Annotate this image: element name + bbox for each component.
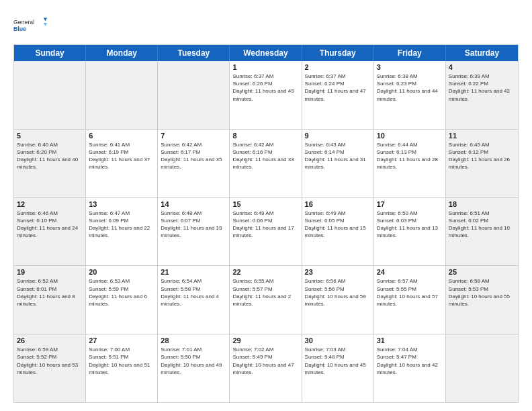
cell-info: Sunrise: 7:03 AM Sunset: 5:48 PM Dayligh…	[305, 346, 371, 376]
cell-info: Sunrise: 6:42 AM Sunset: 6:17 PM Dayligh…	[161, 141, 226, 171]
cal-header-tuesday: Tuesday	[158, 45, 230, 61]
cal-cell: 8Sunrise: 6:42 AM Sunset: 6:16 PM Daylig…	[230, 130, 302, 197]
cell-info: Sunrise: 6:48 AM Sunset: 6:07 PM Dayligh…	[161, 210, 226, 240]
cal-cell: 24Sunrise: 6:57 AM Sunset: 5:55 PM Dayli…	[374, 266, 446, 334]
day-number: 13	[89, 200, 154, 208]
day-number: 25	[449, 268, 515, 276]
cell-info: Sunrise: 6:53 AM Sunset: 5:59 PM Dayligh…	[89, 277, 154, 308]
cell-info: Sunrise: 6:39 AM Sunset: 6:22 PM Dayligh…	[449, 73, 515, 103]
cal-cell: 4Sunrise: 6:39 AM Sunset: 6:22 PM Daylig…	[446, 61, 518, 129]
page: General Blue SundayMondayTuesdayWednesda…	[0, 0, 532, 411]
cal-week-4: 19Sunrise: 6:52 AM Sunset: 6:01 PM Dayli…	[14, 266, 518, 334]
day-number: 22	[232, 268, 298, 276]
cal-cell: 30Sunrise: 7:03 AM Sunset: 5:48 PM Dayli…	[302, 334, 374, 402]
cal-cell: 27Sunrise: 7:00 AM Sunset: 5:51 PM Dayli…	[86, 334, 158, 402]
cal-cell: 19Sunrise: 6:52 AM Sunset: 6:01 PM Dayli…	[14, 266, 86, 334]
day-number: 28	[161, 336, 226, 345]
cell-info: Sunrise: 6:59 AM Sunset: 5:52 PM Dayligh…	[17, 346, 83, 376]
svg-text:General: General	[13, 19, 34, 26]
cell-info: Sunrise: 6:58 AM Sunset: 5:53 PM Dayligh…	[449, 277, 515, 308]
cal-cell: 16Sunrise: 6:49 AM Sunset: 6:05 PM Dayli…	[302, 198, 374, 266]
cal-header-monday: Monday	[86, 45, 158, 61]
cal-cell: 31Sunrise: 7:04 AM Sunset: 5:47 PM Dayli…	[374, 334, 446, 402]
day-number: 31	[377, 336, 443, 345]
day-number: 10	[377, 132, 443, 140]
cal-cell: 18Sunrise: 6:51 AM Sunset: 6:02 PM Dayli…	[446, 198, 518, 266]
header: General Blue	[13, 12, 519, 38]
day-number: 14	[161, 200, 226, 208]
day-number: 12	[17, 200, 83, 208]
day-number: 19	[17, 268, 83, 276]
svg-marker-2	[44, 17, 47, 21]
cal-cell: 23Sunrise: 6:56 AM Sunset: 5:56 PM Dayli…	[302, 266, 374, 334]
cal-cell: 14Sunrise: 6:48 AM Sunset: 6:07 PM Dayli…	[158, 198, 230, 266]
cal-cell	[158, 61, 230, 129]
cal-cell: 7Sunrise: 6:42 AM Sunset: 6:17 PM Daylig…	[158, 130, 230, 197]
cell-info: Sunrise: 6:42 AM Sunset: 6:16 PM Dayligh…	[232, 141, 298, 171]
cell-info: Sunrise: 6:54 AM Sunset: 5:58 PM Dayligh…	[161, 277, 226, 308]
cal-week-2: 5Sunrise: 6:40 AM Sunset: 6:20 PM Daylig…	[14, 130, 518, 198]
cell-info: Sunrise: 7:02 AM Sunset: 5:49 PM Dayligh…	[232, 346, 298, 376]
cal-cell: 25Sunrise: 6:58 AM Sunset: 5:53 PM Dayli…	[446, 266, 518, 334]
day-number: 9	[305, 132, 371, 140]
cal-cell	[86, 61, 158, 129]
day-number: 1	[232, 63, 298, 71]
day-number: 7	[161, 132, 226, 140]
day-number: 11	[449, 132, 515, 140]
cal-cell: 15Sunrise: 6:49 AM Sunset: 6:06 PM Dayli…	[230, 198, 302, 266]
cal-cell: 28Sunrise: 7:01 AM Sunset: 5:50 PM Dayli…	[158, 334, 230, 402]
svg-text:Blue: Blue	[13, 26, 26, 32]
day-number: 17	[377, 200, 443, 208]
cal-header-sunday: Sunday	[14, 45, 86, 61]
cal-header-thursday: Thursday	[302, 45, 374, 61]
svg-marker-3	[44, 23, 47, 26]
cell-info: Sunrise: 6:38 AM Sunset: 6:23 PM Dayligh…	[377, 73, 443, 103]
cell-info: Sunrise: 6:37 AM Sunset: 6:24 PM Dayligh…	[305, 73, 371, 103]
cal-cell: 6Sunrise: 6:41 AM Sunset: 6:19 PM Daylig…	[86, 130, 158, 197]
cell-info: Sunrise: 6:37 AM Sunset: 6:26 PM Dayligh…	[232, 73, 298, 103]
cell-info: Sunrise: 7:01 AM Sunset: 5:50 PM Dayligh…	[161, 346, 226, 376]
cell-info: Sunrise: 6:52 AM Sunset: 6:01 PM Dayligh…	[17, 277, 83, 308]
cell-info: Sunrise: 6:41 AM Sunset: 6:19 PM Dayligh…	[89, 141, 154, 171]
cell-info: Sunrise: 6:45 AM Sunset: 6:12 PM Dayligh…	[449, 141, 515, 171]
cell-info: Sunrise: 6:56 AM Sunset: 5:56 PM Dayligh…	[305, 277, 371, 308]
day-number: 29	[232, 336, 298, 345]
logo: General Blue	[13, 12, 47, 38]
cal-cell: 20Sunrise: 6:53 AM Sunset: 5:59 PM Dayli…	[86, 266, 158, 334]
cal-cell	[446, 334, 518, 402]
cal-cell: 12Sunrise: 6:46 AM Sunset: 6:10 PM Dayli…	[14, 198, 86, 266]
day-number: 27	[89, 336, 154, 345]
cell-info: Sunrise: 6:57 AM Sunset: 5:55 PM Dayligh…	[377, 277, 443, 308]
cell-info: Sunrise: 6:46 AM Sunset: 6:10 PM Dayligh…	[17, 210, 83, 240]
cal-header-wednesday: Wednesday	[230, 45, 302, 61]
day-number: 21	[161, 268, 226, 276]
day-number: 2	[305, 63, 371, 71]
day-number: 16	[305, 200, 371, 208]
cal-header-saturday: Saturday	[446, 45, 518, 61]
cell-info: Sunrise: 6:49 AM Sunset: 6:06 PM Dayligh…	[232, 210, 298, 240]
day-number: 8	[232, 132, 298, 140]
cal-cell: 26Sunrise: 6:59 AM Sunset: 5:52 PM Dayli…	[14, 334, 86, 402]
cal-week-5: 26Sunrise: 6:59 AM Sunset: 5:52 PM Dayli…	[14, 334, 518, 402]
cell-info: Sunrise: 6:49 AM Sunset: 6:05 PM Dayligh…	[305, 210, 371, 240]
day-number: 3	[377, 63, 443, 71]
day-number: 24	[377, 268, 443, 276]
calendar-header-row: SundayMondayTuesdayWednesdayThursdayFrid…	[14, 45, 518, 61]
day-number: 23	[305, 268, 371, 276]
cell-info: Sunrise: 6:47 AM Sunset: 6:09 PM Dayligh…	[89, 210, 154, 240]
cell-info: Sunrise: 6:51 AM Sunset: 6:02 PM Dayligh…	[449, 210, 515, 240]
cell-info: Sunrise: 7:04 AM Sunset: 5:47 PM Dayligh…	[377, 346, 443, 376]
cell-info: Sunrise: 6:44 AM Sunset: 6:13 PM Dayligh…	[377, 141, 443, 171]
cell-info: Sunrise: 6:40 AM Sunset: 6:20 PM Dayligh…	[17, 141, 83, 171]
calendar-body: 1Sunrise: 6:37 AM Sunset: 6:26 PM Daylig…	[14, 61, 518, 402]
day-number: 15	[232, 200, 298, 208]
cell-info: Sunrise: 6:43 AM Sunset: 6:14 PM Dayligh…	[305, 141, 371, 171]
day-number: 26	[17, 336, 83, 345]
cal-cell: 3Sunrise: 6:38 AM Sunset: 6:23 PM Daylig…	[374, 61, 446, 129]
cell-info: Sunrise: 6:55 AM Sunset: 5:57 PM Dayligh…	[232, 277, 298, 308]
cal-cell: 9Sunrise: 6:43 AM Sunset: 6:14 PM Daylig…	[302, 130, 374, 197]
cal-week-1: 1Sunrise: 6:37 AM Sunset: 6:26 PM Daylig…	[14, 61, 518, 130]
calendar: SundayMondayTuesdayWednesdayThursdayFrid…	[13, 44, 519, 403]
day-number: 20	[89, 268, 154, 276]
cal-cell: 10Sunrise: 6:44 AM Sunset: 6:13 PM Dayli…	[374, 130, 446, 197]
